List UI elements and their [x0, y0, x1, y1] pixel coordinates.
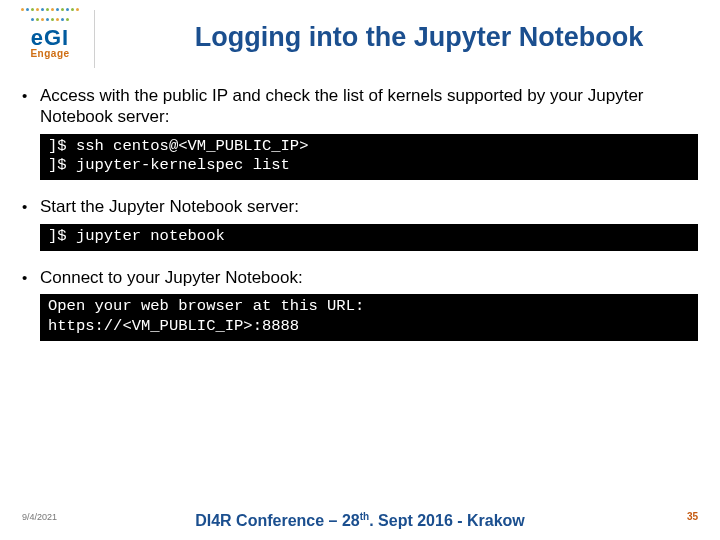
bullet-text: Connect to your Jupyter Notebook: [40, 267, 698, 288]
egi-logo: eGI Engage [14, 8, 86, 59]
bullet-item: • Start the Jupyter Notebook server: [22, 196, 698, 217]
footer-center-suffix: . Sept 2016 - Krakow [369, 512, 525, 529]
bullet-item: • Access with the public IP and check th… [22, 85, 698, 128]
logo-dots-icon [19, 8, 81, 26]
logo-subtext: Engage [14, 48, 86, 59]
bullet-text: Start the Jupyter Notebook server: [40, 196, 698, 217]
bullet-dot-icon: • [22, 196, 40, 217]
terminal-block: ]$ jupyter notebook [40, 224, 698, 251]
slide-content: • Access with the public IP and check th… [22, 85, 698, 351]
bullet-text: Access with the public IP and check the … [40, 85, 698, 128]
page-title: Logging into the Jupyter Notebook [138, 22, 700, 53]
terminal-block: Open your web browser at this URL: https… [40, 294, 698, 341]
logo-text: eGI [14, 28, 86, 48]
footer-center-prefix: DI4R Conference – 28 [195, 512, 360, 529]
header-divider [94, 10, 95, 68]
bullet-dot-icon: • [22, 85, 40, 128]
terminal-block: ]$ ssh centos@<VM_PUBLIC_IP> ]$ jupyter-… [40, 134, 698, 181]
footer-conference: DI4R Conference – 28th. Sept 2016 - Krak… [0, 511, 720, 530]
ordinal-suffix: th [360, 511, 369, 522]
bullet-item: • Connect to your Jupyter Notebook: [22, 267, 698, 288]
bullet-dot-icon: • [22, 267, 40, 288]
slide-footer: DI4R Conference – 28th. Sept 2016 - Krak… [0, 511, 720, 522]
